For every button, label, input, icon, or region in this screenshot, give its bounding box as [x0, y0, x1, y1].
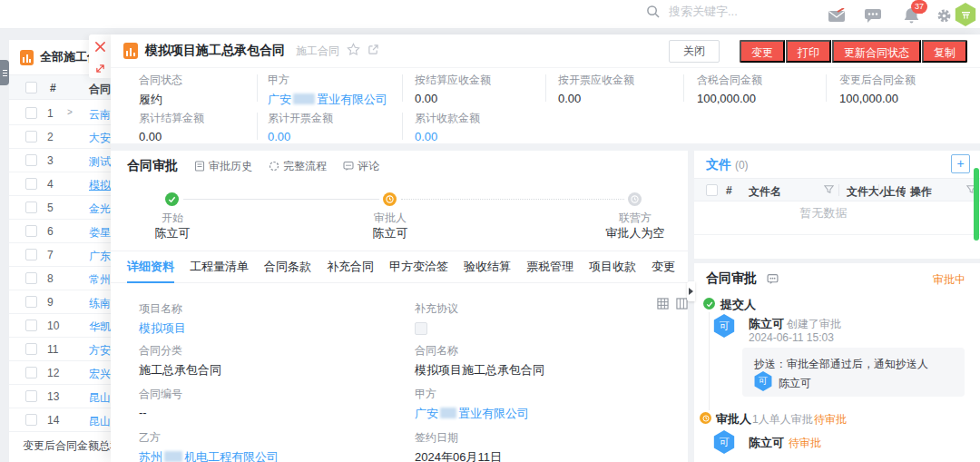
empty-state-text: 暂无数据 [694, 205, 953, 221]
approval-section-title: 合同审批 [127, 158, 178, 174]
tab-detail-info[interactable]: 详细资料 [127, 251, 174, 283]
row-checkbox[interactable] [25, 249, 37, 260]
comment-icon[interactable] [767, 273, 779, 288]
panel-gap [688, 151, 694, 462]
files-title: 文件 (0) [706, 157, 749, 173]
list-item[interactable]: 8常州 [9, 267, 111, 290]
expand-row-icon[interactable]: > [67, 107, 73, 117]
list-item[interactable]: 7广东 [9, 243, 111, 267]
mail-icon[interactable] [828, 6, 846, 25]
list-header-row: # 合同 [9, 74, 111, 100]
fullscreen-expand-icon[interactable] [95, 64, 105, 76]
row-checkbox[interactable] [25, 367, 37, 378]
full-flow-link[interactable]: 完整流程 [269, 159, 327, 174]
row-checkbox[interactable] [25, 319, 37, 331]
field-project-name: 项目名称模拟项目 [139, 301, 186, 337]
info-field-total-invoiced: 累计开票金额0.00 [268, 111, 333, 143]
user-avatar-hexagon: 可 [712, 314, 736, 338]
tab-boq[interactable]: 工程量清单 [190, 251, 249, 283]
step-done-check-icon [165, 192, 179, 206]
list-item[interactable]: 2大安 [9, 125, 111, 149]
row-checkbox[interactable] [25, 107, 37, 119]
row-checkbox[interactable] [25, 414, 37, 426]
approver-mode: 1人单人审批 [752, 412, 813, 428]
update-status-button[interactable]: 更新合同状态 [832, 40, 921, 63]
supplement-checkbox[interactable] [415, 322, 427, 335]
redacted-text [440, 408, 456, 418]
select-all-checkbox[interactable] [25, 82, 37, 93]
scrollbar-thumb[interactable] [974, 168, 979, 241]
submitter-name: 陈立可 [749, 316, 784, 332]
user-avatar-hexagon: 可 [753, 371, 773, 391]
tab-invoice-tax[interactable]: 票税管理 [526, 251, 573, 283]
contract-doc-icon [20, 50, 34, 65]
submitter-check-icon [703, 298, 715, 310]
row-checkbox[interactable] [25, 296, 37, 308]
close-button[interactable]: 关闭 [669, 40, 720, 63]
topbar: 37 [0, 0, 980, 29]
row-checkbox[interactable] [25, 343, 37, 355]
step-person: 审批人为空 [581, 225, 688, 241]
step-current-clock-icon [383, 192, 397, 206]
row-checkbox[interactable] [25, 131, 37, 143]
app-window: 37 全部施工合同 # 合同 1>云南 2大安 3测试 4模拟 5金光 6娄星 … [0, 0, 980, 462]
overlay-window-controls [89, 34, 111, 78]
external-link-icon[interactable] [368, 44, 379, 58]
gear-icon[interactable] [935, 6, 953, 25]
list-item[interactable]: 11方安 [9, 338, 111, 361]
field-supplement: 补充协议 [415, 301, 458, 335]
row-checkbox[interactable] [25, 178, 37, 190]
row-checkbox[interactable] [25, 202, 37, 213]
info-field-settle-receivable: 按结算应收金额0.00 [415, 73, 491, 105]
user-avatar[interactable] [954, 3, 977, 26]
list-item[interactable]: 14昆山 [9, 408, 111, 432]
list-item[interactable]: 13昆山 [9, 385, 111, 408]
tab-acceptance[interactable]: 验收结算 [464, 251, 511, 283]
tab-receipts[interactable]: 项目收款 [589, 251, 636, 283]
approver-status: 待审批 [814, 412, 847, 428]
list-item[interactable]: 5金光 [9, 196, 111, 220]
search-input[interactable] [669, 5, 805, 18]
info-field-total-settled: 累计结算金额0.00 [139, 111, 204, 143]
row-checkbox[interactable] [25, 272, 37, 284]
contract-list-panel: 全部施工合同 # 合同 1>云南 2大安 3测试 4模拟 5金光 6娄星 7广东… [9, 40, 111, 462]
column-view-icon[interactable] [676, 298, 688, 312]
field-party-a: 甲方广安置业有限公司 [415, 387, 529, 422]
list-item[interactable]: 4模拟 [9, 172, 111, 196]
row-checkbox[interactable] [25, 154, 37, 166]
copy-button[interactable]: 复制 [922, 40, 967, 63]
approval-history-link[interactable]: 审批历史 [194, 159, 252, 174]
change-button[interactable]: 变更 [740, 40, 785, 63]
favorite-star-icon[interactable] [347, 43, 360, 59]
filter-funnel-icon[interactable] [824, 184, 834, 197]
list-footer-total: 变更后合同金额总和: [23, 438, 111, 454]
panel-collapse-handle[interactable] [687, 281, 695, 301]
print-button[interactable]: 打印 [786, 40, 831, 63]
table-view-icon[interactable] [657, 298, 669, 312]
list-item[interactable]: 12宏兴 [9, 361, 111, 385]
list-item[interactable]: 9练南 [9, 290, 111, 314]
files-panel: 文件 (0) + # 文件名 文件大小 上传人 操作 暂无数据 [694, 151, 980, 259]
list-item[interactable]: 3测试 [9, 149, 111, 172]
contract-info-grid: 合同状态履约 甲方广安置业有限公司 按结算应收金额0.00 按开票应收金额0.0… [111, 68, 980, 143]
close-icon[interactable] [94, 41, 106, 55]
tab-supplement[interactable]: 补充合同 [327, 251, 374, 283]
field-category: 合同分类施工总承包合同 [139, 343, 221, 378]
row-checkbox[interactable] [25, 390, 37, 402]
list-item[interactable]: 10华凯 [9, 314, 111, 338]
redacted-text [164, 451, 182, 462]
global-search[interactable] [646, 5, 805, 18]
chat-icon[interactable] [864, 6, 882, 25]
row-checkbox[interactable] [25, 225, 37, 237]
contract-doc-icon [123, 43, 138, 59]
info-field-changed-amount: 变更后合同金额100,000.00 [839, 73, 916, 105]
select-all-checkbox[interactable] [706, 184, 718, 196]
sidebar-toggle-icon[interactable] [0, 60, 9, 85]
list-item[interactable]: 1>云南 [9, 102, 111, 125]
tab-terms[interactable]: 合同条款 [264, 251, 311, 283]
tab-changes[interactable]: 变更 [652, 251, 675, 283]
list-item[interactable]: 6娄星 [9, 220, 111, 243]
tab-party-a-change[interactable]: 甲方变洽签 [389, 251, 448, 283]
comment-link[interactable]: 评论 [343, 159, 379, 174]
add-file-button[interactable]: + [951, 154, 970, 173]
